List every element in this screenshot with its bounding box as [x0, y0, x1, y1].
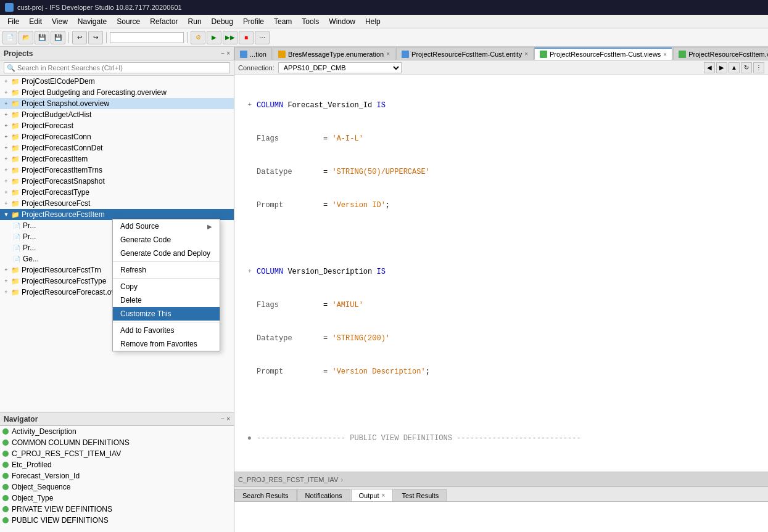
debug-button[interactable]: ▶▶	[223, 31, 237, 44]
tree-item-label: ProjectResourceFcst	[22, 199, 90, 208]
file-icon: 📄	[12, 221, 21, 230]
menu-refactor[interactable]: Refactor	[145, 16, 183, 27]
list-item[interactable]: COMMON COLUMN DEFINITIONS	[0, 437, 234, 448]
navigator-close[interactable]: ×	[226, 415, 230, 422]
tab-icon	[278, 51, 286, 58]
list-item[interactable]: Object_Sequence	[0, 481, 234, 493]
save-button[interactable]: 💾	[35, 31, 49, 44]
list-item[interactable]: PRIVATE VIEW DEFINITIONS	[0, 504, 234, 515]
menu-profile[interactable]: Profile	[238, 16, 269, 27]
menu-source[interactable]: Source	[112, 16, 145, 27]
ctx-add-source[interactable]: Add Source ▶	[113, 219, 220, 233]
list-item[interactable]: + 📁 ProjectForecastItemTrns	[0, 165, 234, 176]
tab-enumeration[interactable]: BresMessageType.enumeration ×	[273, 47, 395, 60]
expand-icon: +	[2, 277, 10, 285]
toolbar: 📄 📂 💾 💾 ↩ ↪ ⚙ ▶ ▶▶ ■ ⋯	[0, 28, 768, 47]
toolbar-search[interactable]	[110, 32, 184, 43]
search-input[interactable]	[4, 62, 230, 73]
more-button[interactable]: ⋯	[255, 31, 270, 44]
breadcrumb-bar: C_PROJ_RES_FCST_ITEM_IAV ›	[234, 472, 768, 486]
menu-tools[interactable]: Tools	[297, 16, 324, 27]
save-all-button[interactable]: 💾	[51, 31, 65, 44]
ctx-generate-deploy[interactable]: Generate Code and Deploy	[113, 247, 220, 260]
tab-test-results[interactable]: Test Results	[394, 489, 447, 501]
tab-close-icon[interactable]: ×	[524, 51, 528, 57]
projects-controls: − ×	[221, 50, 230, 57]
menu-run[interactable]: Run	[183, 16, 207, 27]
file-icon: 📄	[12, 232, 21, 241]
nav-menu-button[interactable]: ⋮	[753, 62, 764, 73]
new-button[interactable]: 📄	[2, 31, 17, 44]
menu-help[interactable]: Help	[360, 16, 386, 27]
menu-edit[interactable]: Edit	[24, 16, 47, 27]
search-bar	[0, 60, 234, 76]
separator-1	[68, 32, 69, 43]
navigator-minimize[interactable]: −	[221, 415, 225, 422]
open-button[interactable]: 📂	[19, 31, 33, 44]
undo-button[interactable]: ↩	[72, 31, 87, 44]
menu-view[interactable]: View	[47, 16, 73, 27]
projects-minimize[interactable]: −	[221, 50, 225, 57]
list-item[interactable]: C_PROJ_RES_FCST_ITEM_IAV	[0, 448, 234, 459]
menu-file[interactable]: File	[2, 16, 24, 27]
menu-navigate[interactable]: Navigate	[73, 16, 112, 27]
list-item[interactable]: + 📁 ProjectForecastSnapshot	[0, 176, 234, 187]
list-item[interactable]: + 📁 ProjectForecastConnDet	[0, 142, 234, 153]
build-button[interactable]: ⚙	[191, 31, 205, 44]
list-item[interactable]: + 📁 ProjectForecast	[0, 120, 234, 131]
tab-entity[interactable]: ProjectResourceFcstItem-Cust.entity ×	[396, 47, 534, 60]
nav-item-label: Activity_Description	[12, 427, 76, 436]
tab-search-results[interactable]: Search Results	[234, 489, 297, 501]
ctx-refresh[interactable]: Refresh	[113, 263, 220, 277]
ctx-delete[interactable]: Delete	[113, 293, 220, 307]
list-item[interactable]: Forecast_Version_Id	[0, 470, 234, 481]
nav-icon	[2, 440, 9, 446]
list-item[interactable]: + 📁 ProjectForecastItem	[0, 153, 234, 165]
ctx-copy[interactable]: Copy	[113, 280, 220, 293]
list-item[interactable]: Etc_Profiled	[0, 459, 234, 470]
tree-item-label: Project Budgeting and Forecasting.overvi…	[22, 88, 167, 97]
menu-team[interactable]: Team	[269, 16, 297, 27]
list-item[interactable]: PUBLIC VIEW DEFINITIONS	[0, 515, 234, 526]
app-icon	[5, 3, 14, 12]
list-item[interactable]: + 📁 ProjCostElCodePDem	[0, 76, 234, 87]
ctx-remove-favorites[interactable]: Remove from Favorites	[113, 337, 220, 351]
tab-views[interactable]: ProjectResourceFcstItem.views ×	[673, 47, 768, 60]
stop-button[interactable]: ■	[239, 31, 254, 44]
ctx-generate-code[interactable]: Generate Code	[113, 233, 220, 247]
menu-debug[interactable]: Debug	[207, 16, 238, 27]
output-tabs: Search Results Notifications Output × Te…	[234, 486, 768, 501]
list-item[interactable]: + 📁 Project Snapshot.overview	[0, 98, 234, 109]
ctx-add-favorites[interactable]: Add to Favorites	[113, 324, 220, 337]
list-item[interactable]: + 📁 ProjectForecastType	[0, 187, 234, 198]
list-item[interactable]: + 📁 ProjectBudgetActHist	[0, 109, 234, 120]
tab-close-icon[interactable]: ×	[663, 51, 667, 58]
tab-views-cust[interactable]: ProjectResourceFcstItem-Cust.views ×	[534, 47, 672, 60]
nav-refresh-button[interactable]: ↻	[741, 62, 752, 73]
list-item[interactable]: + 📁 Project Budgeting and Forecasting.ov…	[0, 87, 234, 98]
list-item[interactable]: + 📁 ProjectResourceFcst	[0, 198, 234, 209]
ctx-remove-favorites-label: Remove from Favorites	[120, 340, 197, 348]
list-item[interactable]: + 📁 ProjectForecastConn	[0, 131, 234, 142]
tab-icon	[540, 51, 547, 58]
nav-forward-button[interactable]: ▶	[716, 62, 727, 73]
list-item[interactable]: Activity_Description	[0, 426, 234, 437]
output-close-icon[interactable]: ×	[382, 492, 386, 499]
nav-back-button[interactable]: ◀	[704, 62, 715, 73]
ctx-generate-deploy-label: Generate Code and Deploy	[120, 249, 210, 258]
code-editor[interactable]: + COLUMN Forecast_Version_Id IS Flags = …	[234, 75, 768, 472]
tab-notifications[interactable]: Notifications	[297, 489, 350, 501]
connection-dropdown[interactable]: APPS10_DEP_CMB	[278, 62, 402, 73]
ctx-refresh-label: Refresh	[120, 266, 146, 274]
redo-button[interactable]: ↪	[88, 31, 103, 44]
tab-close-icon[interactable]: ×	[386, 51, 390, 57]
menu-window[interactable]: Window	[324, 16, 360, 27]
nav-up-button[interactable]: ▲	[729, 62, 740, 73]
nav-item-label: COMMON COLUMN DEFINITIONS	[12, 438, 130, 447]
ctx-customize[interactable]: Customize This	[113, 307, 220, 321]
projects-close[interactable]: ×	[226, 50, 230, 57]
run-button[interactable]: ▶	[207, 31, 221, 44]
list-item[interactable]: Object_Type	[0, 493, 234, 504]
tab-tior[interactable]: ...tion	[234, 47, 272, 60]
tab-output[interactable]: Output ×	[351, 489, 394, 501]
